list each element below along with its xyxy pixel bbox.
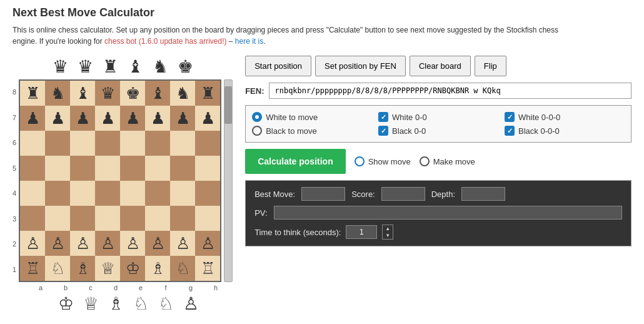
top-piece-5[interactable]: ♚ (173, 56, 198, 78)
black-to-move-radio[interactable] (252, 126, 262, 136)
cell-1-0[interactable]: ♟ (20, 106, 45, 131)
depth-input[interactable] (461, 187, 505, 201)
think-input[interactable] (346, 225, 377, 239)
top-piece-1[interactable]: ♛ (73, 56, 98, 78)
make-move-option[interactable]: Make move (420, 156, 475, 166)
black-oo-checkbox[interactable]: ✓ (378, 126, 388, 136)
bottom-piece-5[interactable]: ♙ (178, 293, 203, 315)
cell-5-7[interactable] (195, 206, 220, 231)
black-to-move-option[interactable]: Black to move (252, 126, 372, 136)
white-oo-checkbox[interactable]: ✓ (378, 112, 388, 122)
calculate-button[interactable]: Calculate position (245, 149, 346, 174)
pv-input[interactable] (274, 206, 622, 220)
cell-7-0[interactable]: ♖ (20, 256, 45, 281)
cell-3-4[interactable] (120, 156, 145, 181)
cell-3-6[interactable] (170, 156, 195, 181)
think-up-arrow[interactable]: ▲ (383, 225, 393, 232)
cell-1-7[interactable]: ♟ (195, 106, 220, 131)
cell-3-1[interactable] (45, 156, 70, 181)
flip-button[interactable]: Flip (475, 56, 506, 76)
cell-0-3[interactable]: ♛ (95, 81, 120, 106)
cell-4-7[interactable] (195, 181, 220, 206)
cell-7-4[interactable]: ♔ (120, 256, 145, 281)
cell-6-3[interactable]: ♙ (95, 231, 120, 256)
cell-7-7[interactable]: ♖ (195, 256, 220, 281)
cell-1-2[interactable]: ♟ (70, 106, 95, 131)
cell-6-7[interactable]: ♙ (195, 231, 220, 256)
white-to-move-option[interactable]: White to move (252, 112, 372, 122)
think-arrows[interactable]: ▲ ▼ (382, 225, 393, 240)
cell-2-6[interactable] (170, 131, 195, 156)
cell-5-6[interactable] (170, 206, 195, 231)
cell-7-5[interactable]: ♗ (145, 256, 170, 281)
cell-1-6[interactable]: ♟ (170, 106, 195, 131)
cell-6-1[interactable]: ♙ (45, 231, 70, 256)
think-down-arrow[interactable]: ▼ (383, 232, 393, 239)
bottom-piece-1[interactable]: ♕ (78, 293, 103, 315)
cell-7-6[interactable]: ♘ (170, 256, 195, 281)
cell-0-4[interactable]: ♚ (120, 81, 145, 106)
cell-3-3[interactable] (95, 156, 120, 181)
cell-2-0[interactable] (20, 131, 45, 156)
cell-4-4[interactable] (120, 181, 145, 206)
cell-6-4[interactable]: ♙ (120, 231, 145, 256)
black-ooo-option[interactable]: ✓ Black 0-0-0 (505, 126, 625, 136)
best-move-input[interactable] (301, 187, 345, 201)
start-position-button[interactable]: Start position (245, 56, 311, 76)
black-oo-option[interactable]: ✓ Black 0-0 (378, 126, 498, 136)
cell-3-0[interactable] (20, 156, 45, 181)
cell-3-5[interactable] (145, 156, 170, 181)
cell-5-1[interactable] (45, 206, 70, 231)
cell-4-0[interactable] (20, 181, 45, 206)
top-piece-3[interactable]: ♝ (123, 56, 148, 78)
cell-2-5[interactable] (145, 131, 170, 156)
cell-6-0[interactable]: ♙ (20, 231, 45, 256)
intro-link1[interactable]: chess bot (1.6.0 update has arrived!) (104, 37, 226, 46)
cell-7-3[interactable]: ♕ (95, 256, 120, 281)
cell-2-1[interactable] (45, 131, 70, 156)
intro-link2[interactable]: here it is (235, 37, 263, 46)
cell-1-1[interactable]: ♟ (45, 106, 70, 131)
white-ooo-checkbox[interactable]: ✓ (505, 112, 515, 122)
bottom-piece-2[interactable]: ♗ (103, 293, 128, 315)
scroll-indicator[interactable] (224, 79, 233, 282)
black-ooo-checkbox[interactable]: ✓ (505, 126, 515, 136)
cell-2-7[interactable] (195, 131, 220, 156)
clear-board-button[interactable]: Clear board (410, 56, 471, 76)
cell-1-5[interactable]: ♟ (145, 106, 170, 131)
cell-2-2[interactable] (70, 131, 95, 156)
cell-3-2[interactable] (70, 156, 95, 181)
cell-7-2[interactable]: ♗ (70, 256, 95, 281)
top-piece-4[interactable]: ♞ (148, 56, 173, 78)
white-to-move-radio[interactable] (252, 112, 262, 122)
score-input[interactable] (381, 187, 425, 201)
top-piece-0[interactable]: ♛ (48, 56, 73, 78)
cell-6-2[interactable]: ♙ (70, 231, 95, 256)
cell-0-7[interactable]: ♜ (195, 81, 220, 106)
cell-1-3[interactable]: ♟ (95, 106, 120, 131)
cell-5-2[interactable] (70, 206, 95, 231)
set-position-fen-button[interactable]: Set position by FEN (315, 56, 406, 76)
cell-0-6[interactable]: ♞ (170, 81, 195, 106)
cell-5-0[interactable] (20, 206, 45, 231)
fen-input[interactable] (269, 83, 631, 99)
cell-5-4[interactable] (120, 206, 145, 231)
cell-3-7[interactable] (195, 156, 220, 181)
chess-board[interactable]: ♜♞♝♛♚♝♞♜♟♟♟♟♟♟♟♟♙♙♙♙♙♙♙♙♖♘♗♕♔♗♘♖ (19, 79, 221, 282)
bottom-piece-4[interactable]: ♘ (153, 293, 178, 315)
cell-6-5[interactable]: ♙ (145, 231, 170, 256)
cell-2-3[interactable] (95, 131, 120, 156)
top-piece-2[interactable]: ♜ (98, 56, 123, 78)
show-move-option[interactable]: Show move (355, 156, 411, 166)
make-move-radio[interactable] (420, 156, 430, 166)
cell-0-1[interactable]: ♞ (45, 81, 70, 106)
cell-2-4[interactable] (120, 131, 145, 156)
cell-6-6[interactable]: ♙ (170, 231, 195, 256)
white-ooo-option[interactable]: ✓ White 0-0-0 (505, 112, 625, 122)
white-oo-option[interactable]: ✓ White 0-0 (378, 112, 498, 122)
cell-4-2[interactable] (70, 181, 95, 206)
cell-4-6[interactable] (170, 181, 195, 206)
cell-4-3[interactable] (95, 181, 120, 206)
cell-7-1[interactable]: ♘ (45, 256, 70, 281)
cell-4-5[interactable] (145, 181, 170, 206)
